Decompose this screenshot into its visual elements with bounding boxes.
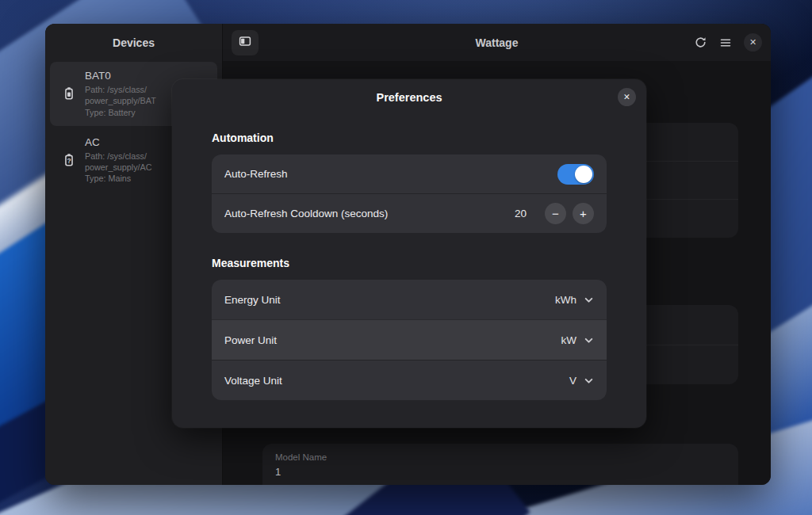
window-title: Wattage (223, 36, 771, 49)
battery-icon (62, 86, 76, 101)
power-unit-label: Power Unit (224, 334, 277, 346)
energy-unit-label: Energy Unit (224, 294, 281, 306)
header-actions: ✕ (694, 33, 762, 52)
voltage-unit-row[interactable]: Voltage Unit V (212, 360, 607, 400)
cooldown-row: Auto-Refresh Cooldown (seconds) 20 − + (212, 193, 607, 233)
sidebar-header: Devices (45, 24, 222, 61)
voltage-unit-label: Voltage Unit (224, 375, 282, 387)
svg-text:?: ? (67, 157, 71, 165)
preferences-dialog: Preferences ✕ Automation Auto-Refresh Au… (172, 79, 646, 428)
power-unit-row[interactable]: Power Unit kW (212, 319, 607, 360)
refresh-button[interactable] (694, 36, 707, 49)
device-path-line1: Path: /sys/class/ (85, 84, 156, 95)
model-name-value: 1 (275, 466, 726, 478)
dialog-header: Preferences ✕ (172, 79, 646, 116)
chevron-down-icon (584, 335, 594, 345)
menu-button[interactable] (719, 36, 732, 49)
cooldown-value[interactable]: 20 (515, 208, 527, 219)
model-name-label: Model Name (275, 452, 726, 462)
device-path-line2: power_supply/BAT (85, 95, 156, 106)
measurements-group: Energy Unit kWh Power Unit kW (212, 280, 607, 400)
cooldown-decrease-button[interactable]: − (545, 203, 566, 224)
measurements-section-title: Measurements (212, 257, 607, 269)
chevron-down-icon (584, 295, 594, 305)
device-name: AC (85, 136, 152, 148)
device-text: AC Path: /sys/class/ power_supply/AC Typ… (85, 136, 152, 185)
automation-section-title: Automation (212, 132, 607, 144)
auto-refresh-toggle[interactable] (557, 164, 594, 185)
device-type: Type: Mains (85, 173, 152, 184)
cooldown-increase-button[interactable]: + (573, 203, 594, 224)
main-headerbar: Wattage ✕ (223, 24, 771, 61)
power-unit-value: kW (561, 334, 577, 346)
dialog-body: Automation Auto-Refresh Auto-Refresh Coo… (172, 116, 646, 400)
dialog-close-button[interactable]: ✕ (618, 88, 636, 106)
energy-unit-row[interactable]: Energy Unit kWh (212, 280, 607, 319)
chevron-down-icon (584, 376, 594, 386)
close-icon: ✕ (623, 93, 630, 101)
minus-icon: − (552, 208, 559, 219)
refresh-icon (694, 36, 707, 49)
row-end: kW (561, 334, 595, 346)
voltage-unit-value: V (569, 375, 576, 387)
sidebar-toggle-button[interactable] (232, 30, 259, 55)
plus-icon: + (580, 208, 587, 219)
device-text: BAT0 Path: /sys/class/ power_supply/BAT … (85, 70, 156, 118)
automation-group: Auto-Refresh Auto-Refresh Cooldown (seco… (212, 154, 607, 233)
model-name-field[interactable]: Model Name 1 (262, 444, 738, 485)
row-end: kWh (555, 294, 594, 306)
device-name: BAT0 (85, 70, 156, 82)
row-end: V (569, 375, 594, 387)
auto-refresh-row: Auto-Refresh (212, 154, 607, 193)
battery-unknown-icon: ? (62, 153, 76, 167)
menu-icon (719, 36, 732, 49)
device-path-line1: Path: /sys/class/ (85, 151, 152, 162)
device-type: Type: Battery (85, 107, 156, 118)
sidebar-toggle-icon (239, 35, 251, 51)
close-icon: ✕ (749, 38, 756, 47)
window-close-button[interactable]: ✕ (744, 33, 762, 52)
sidebar-title: Devices (113, 36, 155, 49)
auto-refresh-label: Auto-Refresh (224, 168, 288, 180)
toggle-knob (575, 166, 592, 183)
row-end (557, 164, 594, 185)
dialog-title: Preferences (376, 91, 442, 104)
energy-unit-value: kWh (555, 294, 576, 306)
cooldown-label: Auto-Refresh Cooldown (seconds) (224, 208, 388, 219)
device-path-line2: power_supply/AC (85, 162, 152, 173)
row-end: 20 − + (515, 203, 594, 224)
